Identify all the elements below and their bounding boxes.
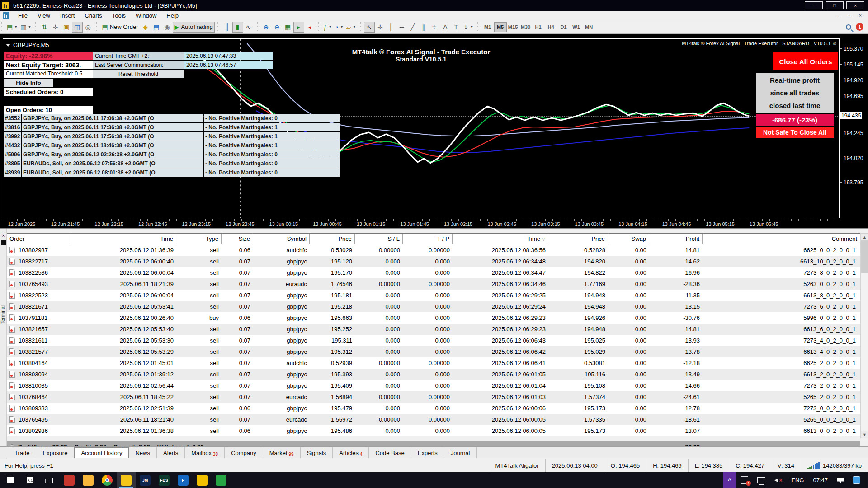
toolbar-grip[interactable] [217,22,220,32]
autotrading-button[interactable]: ▶AutoTrading [173,22,215,33]
templates-button[interactable]: ▱▾ [344,22,357,33]
table-row[interactable]: 1038029362025.06.12 01:36:38sell0.06gbpj… [7,425,860,436]
arrows-tool-button[interactable]: ⇣▾ [462,22,475,33]
experts-list-button[interactable]: ▤ [151,22,162,33]
chart-plot[interactable]: GBPJPYc,M5 Equity: -22.96% Next Equity T… [3,38,840,218]
table-row[interactable]: 1038215772025.06.12 05:53:29sell0.07gbpj… [7,346,860,357]
column-header-swap[interactable]: Swap [608,234,649,244]
timeframe-h1-button[interactable]: H1 [532,22,545,32]
show-desktop-button[interactable] [865,472,868,488]
navigator-button[interactable]: ▣ [61,22,72,33]
column-header-price[interactable]: Price [548,234,608,244]
close-all-orders-button[interactable]: Close All Orders [773,52,838,70]
minimize-button[interactable]: — [805,1,823,9]
taskbar-app-yellow[interactable] [193,472,212,488]
menu-item-view[interactable]: View [33,11,55,20]
column-header-price[interactable]: Price [310,234,355,244]
tab-market[interactable]: Market99 [263,447,301,458]
timeframe-h4-button[interactable]: H4 [545,22,557,32]
new-order-button[interactable]: ▤New Order [100,22,140,33]
volume-muted-icon[interactable]: × [770,472,787,488]
tab-experts[interactable]: Experts [411,447,444,458]
tab-account-history[interactable]: Account History [74,447,129,458]
column-header-time[interactable]: Time▽ [453,234,548,244]
toolbar-grip[interactable] [96,22,99,32]
tab-journal[interactable]: Journal [444,447,477,458]
fibonacci-tool-button[interactable]: ≑ [429,22,440,33]
start-button[interactable] [0,472,20,488]
menu-item-charts[interactable]: Charts [80,11,107,20]
table-row[interactable]: 1038216712025.06.12 05:53:41sell0.07gbpj… [7,301,860,312]
tray-expand-button[interactable]: ^ [723,472,736,488]
tile-windows-button[interactable]: ▦ [283,22,293,33]
label-tool-button[interactable]: T [451,22,462,33]
time-axis[interactable]: 12 Jun 202512 Jun 21:4512 Jun 22:1512 Ju… [3,219,840,228]
strategy-tester-button[interactable]: ◎ [83,22,94,33]
timeframe-m30-button[interactable]: M30 [519,22,532,32]
timeframe-m15-button[interactable]: M15 [507,22,519,32]
taskbar-app-chrome[interactable] [98,472,117,488]
new-chart-button[interactable]: ▤▾ [5,22,19,33]
column-header-type[interactable]: Type [176,234,222,244]
timeframe-mn-button[interactable]: MN [583,22,595,32]
price-axis[interactable]: 195.370195.145194.920194.695194.245194.0… [840,38,868,218]
tab-mailbox[interactable]: Mailbox38 [185,447,225,458]
web-request-button[interactable]: ◉ [162,22,173,33]
vertical-line-tool-button[interactable]: │ [386,22,396,33]
toolbar-grip[interactable] [318,22,320,32]
menu-item-window[interactable]: Window [131,11,161,20]
notification-badge[interactable]: 1 [856,23,863,31]
toolbar-grip[interactable] [257,22,259,32]
column-header-order[interactable]: Order [7,234,70,244]
periods-button[interactable]: ◔▾ [333,22,344,33]
candlestick-mode-button[interactable]: ▮ [232,22,243,33]
taskbar-app-jm[interactable]: JM [136,472,155,488]
data-window-button[interactable]: ✛ [50,22,61,33]
close-button[interactable]: × [846,1,864,9]
tab-code-base[interactable]: Code Base [369,447,411,458]
tab-signals[interactable]: Signals [301,447,333,458]
tray-app-alert-icon[interactable] [736,472,753,488]
column-header-time[interactable]: Time [70,234,176,244]
table-row[interactable]: 1038030942025.06.12 01:39:12sell0.07gbpj… [7,369,860,380]
column-header-symbol[interactable]: Symbol [253,234,310,244]
toolbar-grip[interactable] [477,22,480,32]
trendline-tool-button[interactable]: ╱ [407,22,418,33]
language-indicator[interactable]: ENG [787,472,808,488]
hide-info-button[interactable]: Hide Info [4,79,53,87]
scroll-up-button[interactable]: ▲ [861,233,868,241]
tab-news[interactable]: News [129,447,157,458]
taskbar-app-p[interactable]: P [174,472,193,488]
profiles-button[interactable]: ▥▾ [19,22,32,33]
table-row[interactable]: 1038225362025.06.12 06:00:04sell0.07gbpj… [7,267,860,278]
taskbar-app-green[interactable] [212,472,231,488]
menu-item-file[interactable]: File [13,11,33,20]
child-close-button[interactable]: × [855,12,865,19]
table-row[interactable]: 1038100352025.06.12 02:56:44sell0.07gbpj… [7,380,860,391]
column-header-tp[interactable]: T / P [403,234,453,244]
column-header-comment[interactable]: Comment [703,234,860,244]
timeframe-d1-button[interactable]: D1 [557,22,570,32]
table-row[interactable]: 1038225232025.06.12 06:00:04sell0.07gbpj… [7,290,860,301]
terminal-grip[interactable] [1,240,6,245]
zoom-out-button[interactable]: ⊖ [272,22,283,33]
terminal-panel-button[interactable]: ◫ [72,22,83,33]
child-minimize-button[interactable]: – [834,12,844,19]
table-row[interactable]: 1038216572025.06.12 05:53:40sell0.07gbpj… [7,324,860,335]
toolbar-grip[interactable] [360,22,362,32]
tab-articles[interactable]: Articles4 [333,447,369,458]
zoom-in-button[interactable]: ⊕ [261,22,272,33]
table-row[interactable]: 1037911812025.06.12 00:26:40buy0.06gbpjp… [7,312,860,324]
network-icon[interactable] [753,472,770,488]
tab-company[interactable]: Company [225,447,263,458]
table-row[interactable]: 1037654952025.06.11 18:21:40sell0.07eurc… [7,414,860,425]
cursor-tool-button[interactable]: ↖ [364,22,375,33]
table-row[interactable]: 1038093332025.06.12 02:51:39sell0.06gbpj… [7,403,860,414]
taskbar-app-red[interactable] [60,472,79,488]
table-row[interactable]: 1038216112025.06.12 05:53:30sell0.07gbpj… [7,335,860,346]
terminal-close-button[interactable]: × [0,232,7,239]
grid-scrollbar[interactable]: ▲ ▼ [860,233,868,438]
table-row[interactable]: 1037654932025.06.11 18:21:39sell0.07eura… [7,278,860,290]
menu-item-help[interactable]: Help [161,11,184,20]
taskbar-app-fbs[interactable]: FBS [155,472,174,488]
